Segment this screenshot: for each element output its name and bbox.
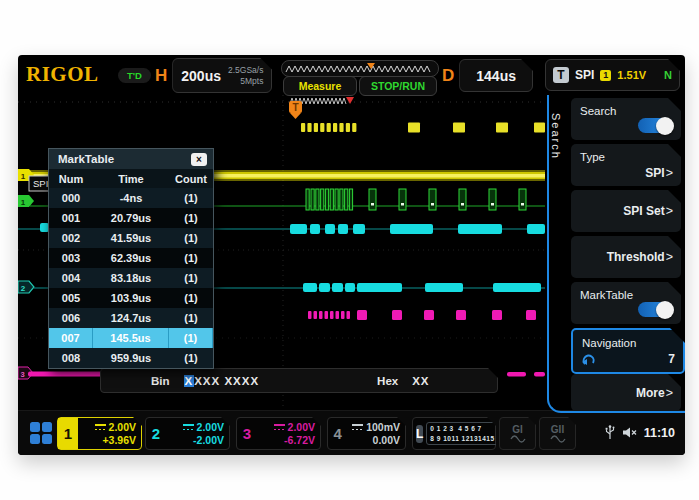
sample-rate: 2.5GSa/s	[228, 65, 263, 75]
channel4-number: 4	[328, 418, 347, 449]
gen1-label: GI	[512, 424, 523, 435]
marktable-row[interactable]: 005103.9us(1)	[49, 288, 213, 308]
marktable-row[interactable]: 00362.39us(1)	[49, 248, 213, 268]
bin-value-field[interactable]: X XXX XXXX	[184, 375, 260, 387]
dc-coupling-icon	[95, 424, 106, 430]
marktable-toggle[interactable]	[638, 302, 672, 317]
delay-label: D	[442, 66, 454, 86]
card-type[interactable]: Type SPI>	[571, 144, 681, 186]
card-threshold[interactable]: Threshold>	[571, 236, 681, 278]
waveform-overview-strip[interactable]	[281, 60, 439, 77]
marktable-cell: 005	[49, 292, 93, 304]
channel4-scale: 100mV	[366, 421, 400, 433]
trigger-type: SPI	[575, 68, 594, 82]
marktable-titlebar[interactable]: MarkTable ×	[49, 149, 213, 169]
marktable-row[interactable]: 00120.79us(1)	[49, 208, 213, 228]
rigol-logo: RIGOL	[26, 62, 99, 87]
chevron-right-icon: >	[666, 250, 673, 264]
marktable-cell: (1)	[169, 312, 213, 324]
gen2-badge[interactable]: GII	[539, 417, 576, 450]
d2-marker[interactable]: 2	[18, 281, 34, 293]
channel1-badge[interactable]: 1 2.00V +3.96V	[57, 417, 142, 450]
dc-coupling-icon	[274, 424, 285, 430]
delay-group[interactable]: D 144us	[442, 60, 533, 91]
marktable-cell: 007	[49, 328, 93, 348]
trigger-marker[interactable]: T	[289, 101, 302, 119]
marktable-row[interactable]: 007145.5us(1)	[49, 328, 213, 348]
memory-depth: 5Mpts	[240, 76, 263, 86]
marktable-row[interactable]: 000-4ns(1)	[49, 188, 213, 208]
sidebar-tab-search[interactable]: Search	[550, 113, 562, 160]
svg-text:1: 1	[21, 172, 26, 181]
bin-cursor[interactable]: X	[184, 375, 195, 387]
hex-value-field[interactable]: XX	[412, 375, 429, 387]
card-spi-set[interactable]: SPI Set>	[571, 190, 681, 232]
channel1-number: 1	[58, 418, 78, 449]
spi-set-value: SPI Set	[623, 204, 664, 218]
channel2-scale: 2.00V	[197, 421, 224, 433]
card-search-toggle[interactable]: Search	[571, 98, 681, 140]
marktable-cell: 41.59us	[93, 232, 169, 244]
column-count: Count	[169, 173, 213, 185]
speaker-mute-icon[interactable]	[622, 426, 637, 439]
menu-grid-icon[interactable]	[30, 422, 52, 444]
marktable-cell: 001	[49, 212, 93, 224]
hex-label: Hex	[377, 375, 398, 387]
navigation-knob-icon	[581, 353, 596, 368]
card-marktable-toggle[interactable]: MarkTable	[571, 282, 681, 324]
marktable-cell: (1)	[169, 252, 213, 264]
marktable-cell: 145.5us	[93, 328, 169, 348]
card-navigation[interactable]: Navigation 7	[571, 328, 685, 374]
timebase-value[interactable]: 200us	[181, 68, 221, 84]
marktable-row[interactable]: 00241.59us(1)	[49, 228, 213, 248]
channel2-number: 2	[146, 418, 166, 449]
trigger-edge: N	[664, 69, 672, 81]
bus1-marker[interactable]: 1	[18, 195, 34, 207]
pattern-bar: Bin X XXX XXXX Hex XX	[100, 368, 498, 393]
marktable-cell: (1)	[169, 192, 213, 204]
dc-coupling-icon	[183, 424, 194, 430]
sine-wave-icon	[510, 435, 526, 443]
marktable-cell: (1)	[169, 212, 213, 224]
card-more[interactable]: More>	[571, 374, 681, 411]
marktable-cell: (1)	[169, 352, 213, 364]
svg-text:SPI: SPI	[33, 178, 48, 189]
marktable-cell: (1)	[169, 232, 213, 244]
marktable-row[interactable]: 008959.9us(1)	[49, 348, 213, 368]
trigger-group[interactable]: T SPI 1 1.51V N	[545, 59, 680, 91]
threshold-value: Threshold	[607, 250, 665, 264]
horizontal-group[interactable]: H 200us 2.5GSa/s 5Mpts	[155, 59, 272, 92]
marktable-label: MarkTable	[580, 289, 633, 301]
delay-value[interactable]: 144us	[476, 68, 516, 84]
marktable-cell: 002	[49, 232, 93, 244]
channel4-offset: 0.00V	[373, 434, 400, 446]
marktable-body: 000-4ns(1)00120.79us(1)00241.59us(1)0036…	[49, 188, 213, 368]
stop-run-button[interactable]: STOP/RUN	[359, 76, 437, 96]
svg-text:T: T	[292, 102, 298, 113]
logic-badge[interactable]: L 0 1 2 3 4 5 6 7 8 9 1011 12131415	[412, 417, 496, 450]
close-icon[interactable]: ×	[191, 153, 207, 166]
channel3-scale: 2.00V	[288, 421, 315, 433]
usb-icon	[605, 425, 615, 440]
marktable-row[interactable]: 006124.7us(1)	[49, 308, 213, 328]
type-label: Type	[580, 151, 605, 163]
search-marks-ch3	[308, 310, 536, 320]
channel1-scale: 2.00V	[109, 421, 136, 433]
channel4-badge[interactable]: 4 100mV 0.00V	[327, 417, 406, 450]
measure-button[interactable]: Measure	[283, 76, 357, 96]
marktable-row[interactable]: 00483.18us(1)	[49, 268, 213, 288]
channel2-offset: -2.00V	[193, 434, 224, 446]
channel3-badge[interactable]: 3 2.00V -6.72V	[236, 417, 321, 450]
logic-channels-row1: 0 1 2 3 4 5 6 7	[430, 424, 494, 434]
sine-wave-icon	[550, 435, 566, 443]
chevron-right-icon: >	[666, 204, 673, 218]
clock: 11:10	[644, 426, 675, 440]
channel2-badge[interactable]: 2 2.00V -2.00V	[145, 417, 230, 450]
navigation-value: 7	[668, 352, 675, 366]
dc-coupling-icon	[352, 424, 363, 430]
marktable-cell: (1)	[169, 272, 213, 284]
bin-label: Bin	[151, 375, 170, 387]
gen1-badge[interactable]: GI	[499, 417, 536, 450]
marktable-popup: MarkTable × Num Time Count 000-4ns(1)001…	[48, 148, 214, 369]
search-toggle[interactable]	[638, 118, 672, 133]
